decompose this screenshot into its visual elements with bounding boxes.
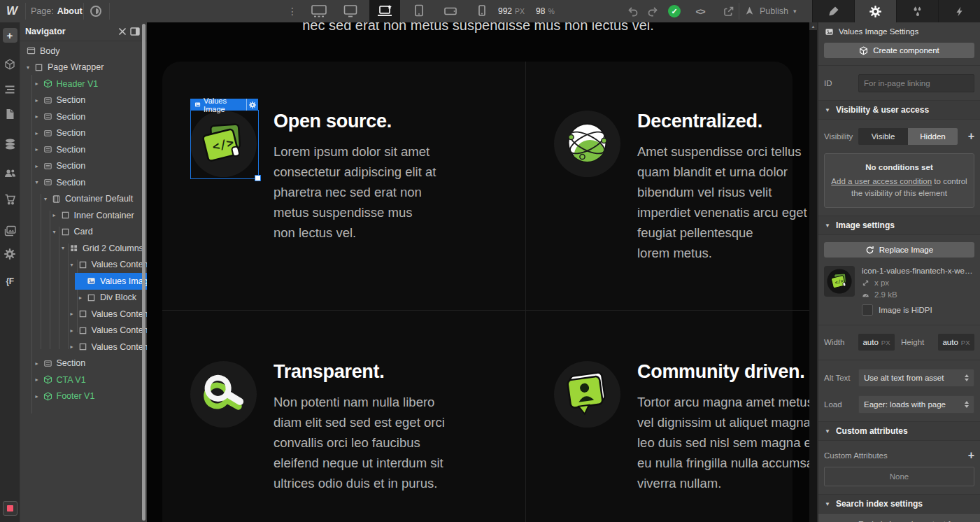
tab-interactions-lightning-icon[interactable] xyxy=(938,0,980,22)
dock-panel-icon[interactable] xyxy=(129,26,141,37)
add-elements-icon[interactable]: + xyxy=(0,25,20,45)
tab-style-brush-icon[interactable] xyxy=(812,0,854,22)
tab-settings-gear-icon[interactable] xyxy=(854,0,896,22)
tree-item-section[interactable]: ▸Section xyxy=(20,355,147,372)
tree-caret-icon[interactable]: ▸ xyxy=(79,295,87,301)
export-code-icon[interactable]: <> xyxy=(691,0,709,22)
breakpoint-width-value[interactable]: 992 xyxy=(498,6,512,16)
tree-item-inner-container[interactable]: ▸Inner Container xyxy=(20,207,147,224)
tree-item-section[interactable]: ▸Section xyxy=(20,158,147,175)
create-component-button[interactable]: Create component xyxy=(824,43,974,58)
tree-caret-icon[interactable]: ▸ xyxy=(36,80,43,87)
scroll-up-icon[interactable]: ▲ xyxy=(809,22,817,30)
tree-caret-icon[interactable]: ▸ xyxy=(36,97,43,104)
width-input[interactable]: autoPX xyxy=(858,334,895,351)
more-options-icon[interactable]: ⋮ xyxy=(287,0,297,22)
tree-item-card[interactable]: ▾Card xyxy=(20,224,147,241)
value-block-transparent[interactable]: Transparent.Non potenti nam nulla libero… xyxy=(162,310,525,522)
value-title[interactable]: Decentralized. xyxy=(637,111,817,132)
value-body[interactable]: Tortor arcu magna amet metus vel digniss… xyxy=(637,392,817,493)
tree-caret-icon[interactable]: ▸ xyxy=(36,130,43,136)
tree-item-footer-v1[interactable]: ▸Footer V1 xyxy=(20,388,147,405)
breakpoint-laptop-icon-active[interactable] xyxy=(369,0,400,22)
tree-caret-icon[interactable]: ▾ xyxy=(62,245,69,251)
value-block-community-driven[interactable]: Community driven.Tortor arcu magna amet … xyxy=(525,310,817,522)
breakpoint-desktop-large-icon[interactable] xyxy=(306,0,332,22)
ecommerce-cart-icon[interactable] xyxy=(0,190,20,209)
id-input[interactable] xyxy=(858,74,974,92)
values-card[interactable]: </>Open source.Lorem ipsum dolor sit ame… xyxy=(162,62,793,522)
collapse-all-icon[interactable] xyxy=(116,26,129,37)
element-settings-gear-icon[interactable] xyxy=(246,99,258,111)
tree-item-values-conten[interactable]: ▸Values Conten xyxy=(20,306,147,323)
page-paragraph-text[interactable]: nec sed erat non metus suspendisse mus n… xyxy=(147,22,809,34)
hidpi-checkbox[interactable] xyxy=(862,304,873,316)
tree-caret-icon[interactable]: ▸ xyxy=(71,327,78,334)
add-visibility-condition-icon[interactable]: + xyxy=(968,131,974,142)
community-icon[interactable] xyxy=(554,361,620,428)
tree-item-section[interactable]: ▾Section xyxy=(20,174,147,191)
cms-database-icon[interactable] xyxy=(0,134,20,154)
tree-caret-icon[interactable]: ▸ xyxy=(36,376,43,383)
components-cube-icon[interactable] xyxy=(0,55,20,74)
tree-item-cta-v1[interactable]: ▸CTA V1 xyxy=(20,372,147,388)
tree-item-header-v1[interactable]: ▸Header V1 xyxy=(20,76,147,92)
tree-item-section[interactable]: ▸Section xyxy=(20,92,147,109)
tree-item-container-default[interactable]: ▾Container Default xyxy=(20,191,147,208)
tree-item-values-conten[interactable]: ▸Values Conten xyxy=(20,323,147,339)
tree-item-section[interactable]: ▸Section xyxy=(20,125,147,142)
tree-caret-icon[interactable]: ▸ xyxy=(36,360,43,367)
tree-item-grid-2-columns[interactable]: ▾Grid 2 Columns xyxy=(20,240,147,257)
saved-status-icon[interactable]: ✓ xyxy=(668,5,681,17)
tree-caret-icon[interactable]: ▾ xyxy=(71,262,78,268)
tree-caret-icon[interactable]: ▸ xyxy=(36,146,43,153)
tree-item-section[interactable]: ▸Section xyxy=(20,141,147,158)
add-condition-link[interactable]: Add a user access condition xyxy=(831,177,932,185)
value-body[interactable]: Lorem ipsum dolor sit amet consectetur a… xyxy=(274,141,504,243)
alt-text-select[interactable]: Use alt text from asset xyxy=(858,369,974,387)
preview-icon[interactable] xyxy=(90,5,102,17)
section-custom-attributes[interactable]: ▼ Custom attributes xyxy=(818,421,980,441)
publish-button[interactable]: Publish ▾ xyxy=(744,0,797,22)
site-settings-gear-icon[interactable] xyxy=(0,244,20,264)
users-icon[interactable] xyxy=(0,163,20,183)
pages-icon[interactable] xyxy=(0,104,20,124)
value-block-decentralized[interactable]: Decentralized.Amet suspendisse orci tell… xyxy=(525,62,817,310)
page-menu[interactable]: Page: About xyxy=(31,0,83,22)
selected-element-badge[interactable]: Values Image xyxy=(190,99,258,111)
tree-caret-icon[interactable]: ▸ xyxy=(71,311,78,317)
breakpoint-phone-landscape-icon[interactable] xyxy=(438,0,463,22)
webflow-logo-icon[interactable]: W xyxy=(0,0,24,22)
tree-caret-icon[interactable]: ▾ xyxy=(27,64,34,71)
tree-caret-icon[interactable]: ▸ xyxy=(53,212,61,218)
value-title[interactable]: Open source. xyxy=(274,111,504,132)
zoom-value[interactable]: 98 xyxy=(536,6,545,16)
value-title[interactable]: Transparent. xyxy=(274,361,504,383)
undo-icon[interactable] xyxy=(623,0,641,22)
value-title[interactable]: Community driven. xyxy=(637,361,817,383)
load-select[interactable]: Eager: loads with page xyxy=(858,395,974,414)
magnifier-icon[interactable] xyxy=(190,361,257,428)
globe-icon[interactable] xyxy=(554,111,620,177)
redo-icon[interactable] xyxy=(644,0,662,22)
tree-caret-icon[interactable]: ▾ xyxy=(44,196,52,202)
tree-item-values-conten[interactable]: ▾Values Conten xyxy=(20,257,147,274)
canvas-dimensions[interactable]: 992 PX 98 % xyxy=(498,0,555,22)
code-folder-icon[interactable]: </> xyxy=(190,111,257,177)
tree-caret-icon[interactable]: ▸ xyxy=(36,163,43,169)
section-visibility[interactable]: ▼ Visibility & user access xyxy=(818,100,980,120)
tree-item-div-block[interactable]: ▸Div Block xyxy=(20,290,147,306)
canvas-scrollbar[interactable]: ▲ xyxy=(809,22,817,522)
visibility-hidden-option[interactable]: Hidden xyxy=(908,128,958,145)
navigator-layers-icon[interactable] xyxy=(0,80,20,99)
visibility-visible-option[interactable]: Visible xyxy=(858,128,908,145)
breakpoint-desktop-icon[interactable] xyxy=(338,0,363,22)
add-attribute-icon[interactable]: + xyxy=(968,450,974,461)
tree-caret-icon[interactable]: ▸ xyxy=(71,344,78,350)
tree-caret-icon[interactable]: ▾ xyxy=(53,229,61,235)
design-canvas[interactable]: nec sed erat non metus suspendisse mus n… xyxy=(147,22,817,522)
tree-caret-icon[interactable]: ▸ xyxy=(36,113,43,120)
value-body[interactable]: Non potenti nam nulla libero diam elit s… xyxy=(274,392,504,493)
value-body[interactable]: Amet suspendisse orci tellus quam blandi… xyxy=(637,141,817,263)
tab-style-manager-droplets-icon[interactable] xyxy=(896,0,938,22)
